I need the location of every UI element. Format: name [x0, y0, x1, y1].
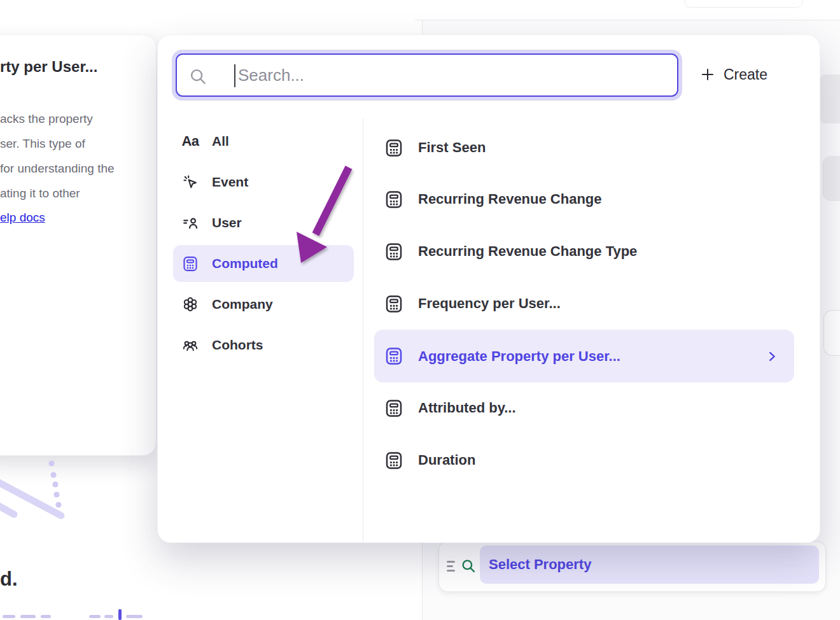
category-cohorts[interactable]: Cohorts — [173, 327, 354, 363]
annotation-arrow — [274, 153, 375, 286]
people-group-icon — [182, 337, 199, 353]
clipped-link-fragment — [20, 615, 36, 618]
chevron-right-icon — [765, 349, 779, 363]
list-person-icon — [182, 215, 199, 231]
drag-handle-icon[interactable] — [447, 559, 456, 574]
list-item-frequency-per-user[interactable]: Frequency per User... — [374, 286, 794, 321]
list-item-label: Duration — [418, 452, 475, 469]
circles-cluster-icon — [182, 296, 199, 313]
search-field — [176, 53, 678, 97]
calculator-icon — [384, 347, 403, 366]
plus-icon — [700, 67, 715, 82]
property-select-modal: Create Aa All Event — [158, 35, 820, 542]
clipped-sentence-fragment: d. — [0, 568, 18, 591]
clipped-link-fragment — [126, 615, 143, 618]
list-item-label: Aggregate Property per User... — [418, 348, 620, 365]
calculator-icon — [384, 294, 403, 313]
clipped-link-fragment — [118, 609, 122, 620]
calculator-icon — [384, 451, 403, 470]
property-search-icon — [460, 558, 477, 574]
clipped-link-fragment — [104, 615, 113, 618]
decorative-chart-illustration — [0, 446, 89, 535]
header-divider — [415, 20, 840, 20]
text-aa-icon: Aa — [182, 133, 199, 150]
property-picker-card: Select Property — [439, 542, 825, 591]
cursor-spark-icon — [182, 174, 199, 190]
background-pill-fragment — [822, 156, 840, 201]
tooltip-text-line: ser. This type of — [0, 131, 85, 156]
tooltip-title: rty per User... — [0, 58, 97, 76]
calculator-icon — [384, 242, 403, 261]
clipped-link-fragment — [3, 615, 15, 618]
calculator-icon — [182, 255, 199, 272]
category-label: User — [212, 215, 242, 230]
calculator-icon — [384, 398, 403, 418]
category-label: Cohorts — [212, 337, 263, 353]
property-tooltip-card: rty per User... acks the property ser. T… — [0, 35, 156, 455]
create-button[interactable]: Create — [700, 58, 808, 91]
list-item-duration[interactable]: Duration — [374, 442, 794, 478]
clipped-link-fragment — [89, 615, 101, 618]
calculator-icon — [384, 138, 403, 157]
list-item-first-seen[interactable]: First Seen — [374, 130, 794, 166]
category-label: Company — [212, 297, 273, 312]
list-item-label: Recurring Revenue Change Type — [418, 243, 637, 260]
help-docs-link[interactable]: elp docs — [0, 205, 45, 230]
category-label: All — [212, 134, 229, 149]
tooltip-text-line: ating it to other — [0, 181, 80, 206]
tooltip-text-line: for understanding the — [0, 156, 115, 181]
list-item-attributed-by[interactable]: Attributed by... — [374, 390, 794, 426]
background-button-fragment — [684, 0, 803, 8]
list-item-recurring-revenue-change-type[interactable]: Recurring Revenue Change Type — [374, 234, 794, 269]
list-item-label: Attributed by... — [418, 400, 516, 416]
select-property-button[interactable]: Select Property — [480, 546, 819, 584]
background-band-fragment — [820, 74, 840, 123]
list-item-recurring-revenue-change[interactable]: Recurring Revenue Change — [374, 181, 794, 217]
search-field-focus-ring — [172, 50, 682, 101]
select-property-label: Select Property — [480, 556, 591, 573]
background-card-fragment — [823, 310, 840, 356]
clipped-link-fragment — [41, 615, 51, 618]
category-company[interactable]: Company — [173, 286, 354, 323]
tooltip-text-line: acks the property — [0, 106, 93, 131]
category-label: Computed — [212, 256, 278, 271]
screen: rty per User... acks the property ser. T… — [0, 0, 840, 620]
list-item-aggregate-property-per-user[interactable]: Aggregate Property per User... — [374, 330, 794, 383]
list-item-label: Recurring Revenue Change — [418, 191, 602, 208]
list-item-label: First Seen — [418, 139, 486, 156]
create-button-label: Create — [724, 66, 767, 83]
list-item-label: Frequency per User... — [418, 295, 561, 312]
category-label: Event — [212, 174, 248, 190]
search-input[interactable] — [177, 55, 677, 95]
calculator-icon — [384, 190, 403, 209]
